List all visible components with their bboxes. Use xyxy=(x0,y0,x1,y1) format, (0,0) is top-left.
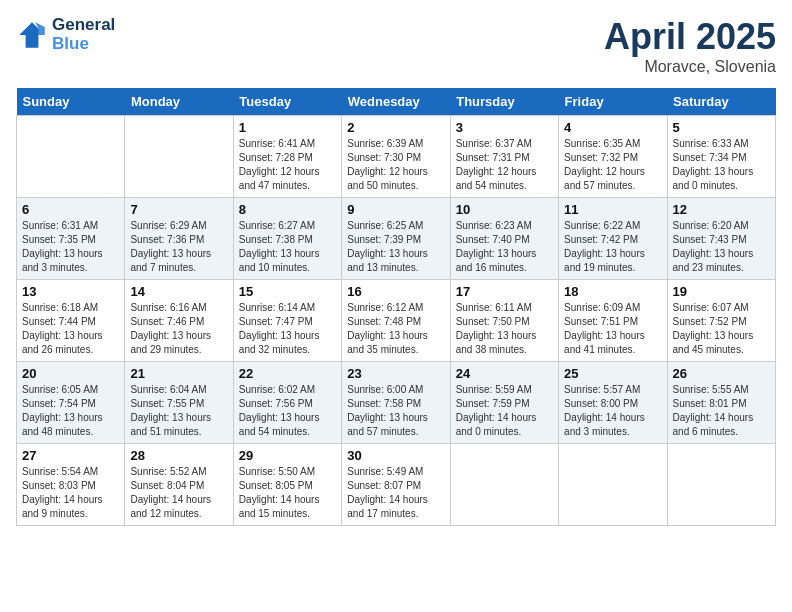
day-number: 1 xyxy=(239,120,336,135)
day-number: 19 xyxy=(673,284,770,299)
day-info: Sunrise: 5:52 AMSunset: 8:04 PMDaylight:… xyxy=(130,465,227,521)
day-header-monday: Monday xyxy=(125,88,233,116)
calendar-day-cell: 22Sunrise: 6:02 AMSunset: 7:56 PMDayligh… xyxy=(233,362,341,444)
day-number: 2 xyxy=(347,120,444,135)
title-block: April 2025 Moravce, Slovenia xyxy=(604,16,776,76)
day-info: Sunrise: 6:25 AMSunset: 7:39 PMDaylight:… xyxy=(347,219,444,275)
page-header: General Blue April 2025 Moravce, Sloveni… xyxy=(16,16,776,76)
day-header-sunday: Sunday xyxy=(17,88,125,116)
day-info: Sunrise: 6:27 AMSunset: 7:38 PMDaylight:… xyxy=(239,219,336,275)
calendar-day-cell: 13Sunrise: 6:18 AMSunset: 7:44 PMDayligh… xyxy=(17,280,125,362)
calendar-week-row: 20Sunrise: 6:05 AMSunset: 7:54 PMDayligh… xyxy=(17,362,776,444)
logo-line2: Blue xyxy=(52,35,115,54)
day-number: 17 xyxy=(456,284,553,299)
day-info: Sunrise: 6:41 AMSunset: 7:28 PMDaylight:… xyxy=(239,137,336,193)
day-number: 22 xyxy=(239,366,336,381)
calendar-day-cell: 19Sunrise: 6:07 AMSunset: 7:52 PMDayligh… xyxy=(667,280,775,362)
calendar-day-cell: 10Sunrise: 6:23 AMSunset: 7:40 PMDayligh… xyxy=(450,198,558,280)
day-number: 8 xyxy=(239,202,336,217)
day-number: 18 xyxy=(564,284,661,299)
day-number: 15 xyxy=(239,284,336,299)
day-number: 25 xyxy=(564,366,661,381)
day-info: Sunrise: 6:00 AMSunset: 7:58 PMDaylight:… xyxy=(347,383,444,439)
day-info: Sunrise: 6:39 AMSunset: 7:30 PMDaylight:… xyxy=(347,137,444,193)
day-info: Sunrise: 6:33 AMSunset: 7:34 PMDaylight:… xyxy=(673,137,770,193)
calendar-day-cell: 27Sunrise: 5:54 AMSunset: 8:03 PMDayligh… xyxy=(17,444,125,526)
calendar-day-cell: 4Sunrise: 6:35 AMSunset: 7:32 PMDaylight… xyxy=(559,116,667,198)
day-number: 9 xyxy=(347,202,444,217)
logo-line1: General xyxy=(52,15,115,34)
calendar-day-cell: 18Sunrise: 6:09 AMSunset: 7:51 PMDayligh… xyxy=(559,280,667,362)
day-info: Sunrise: 6:22 AMSunset: 7:42 PMDaylight:… xyxy=(564,219,661,275)
day-number: 26 xyxy=(673,366,770,381)
day-info: Sunrise: 6:11 AMSunset: 7:50 PMDaylight:… xyxy=(456,301,553,357)
calendar-day-cell: 16Sunrise: 6:12 AMSunset: 7:48 PMDayligh… xyxy=(342,280,450,362)
day-info: Sunrise: 6:12 AMSunset: 7:48 PMDaylight:… xyxy=(347,301,444,357)
day-info: Sunrise: 6:18 AMSunset: 7:44 PMDaylight:… xyxy=(22,301,119,357)
calendar-day-cell: 1Sunrise: 6:41 AMSunset: 7:28 PMDaylight… xyxy=(233,116,341,198)
day-info: Sunrise: 6:04 AMSunset: 7:55 PMDaylight:… xyxy=(130,383,227,439)
day-number: 3 xyxy=(456,120,553,135)
calendar-day-cell: 23Sunrise: 6:00 AMSunset: 7:58 PMDayligh… xyxy=(342,362,450,444)
day-info: Sunrise: 6:07 AMSunset: 7:52 PMDaylight:… xyxy=(673,301,770,357)
main-title: April 2025 xyxy=(604,16,776,58)
calendar-week-row: 6Sunrise: 6:31 AMSunset: 7:35 PMDaylight… xyxy=(17,198,776,280)
calendar-day-cell: 9Sunrise: 6:25 AMSunset: 7:39 PMDaylight… xyxy=(342,198,450,280)
empty-cell xyxy=(667,444,775,526)
calendar-day-cell: 21Sunrise: 6:04 AMSunset: 7:55 PMDayligh… xyxy=(125,362,233,444)
empty-cell xyxy=(450,444,558,526)
calendar-day-cell: 30Sunrise: 5:49 AMSunset: 8:07 PMDayligh… xyxy=(342,444,450,526)
calendar-day-cell: 2Sunrise: 6:39 AMSunset: 7:30 PMDaylight… xyxy=(342,116,450,198)
day-number: 14 xyxy=(130,284,227,299)
calendar-day-cell: 28Sunrise: 5:52 AMSunset: 8:04 PMDayligh… xyxy=(125,444,233,526)
day-info: Sunrise: 6:02 AMSunset: 7:56 PMDaylight:… xyxy=(239,383,336,439)
day-number: 10 xyxy=(456,202,553,217)
calendar-week-row: 1Sunrise: 6:41 AMSunset: 7:28 PMDaylight… xyxy=(17,116,776,198)
day-header-friday: Friday xyxy=(559,88,667,116)
logo: General Blue xyxy=(16,16,115,53)
calendar-day-cell: 7Sunrise: 6:29 AMSunset: 7:36 PMDaylight… xyxy=(125,198,233,280)
day-info: Sunrise: 5:59 AMSunset: 7:59 PMDaylight:… xyxy=(456,383,553,439)
day-info: Sunrise: 6:37 AMSunset: 7:31 PMDaylight:… xyxy=(456,137,553,193)
subtitle: Moravce, Slovenia xyxy=(604,58,776,76)
calendar-day-cell: 3Sunrise: 6:37 AMSunset: 7:31 PMDaylight… xyxy=(450,116,558,198)
day-number: 12 xyxy=(673,202,770,217)
calendar-day-cell: 26Sunrise: 5:55 AMSunset: 8:01 PMDayligh… xyxy=(667,362,775,444)
day-number: 29 xyxy=(239,448,336,463)
day-number: 30 xyxy=(347,448,444,463)
day-info: Sunrise: 6:09 AMSunset: 7:51 PMDaylight:… xyxy=(564,301,661,357)
day-info: Sunrise: 6:14 AMSunset: 7:47 PMDaylight:… xyxy=(239,301,336,357)
day-info: Sunrise: 5:55 AMSunset: 8:01 PMDaylight:… xyxy=(673,383,770,439)
empty-cell xyxy=(559,444,667,526)
calendar-day-cell: 8Sunrise: 6:27 AMSunset: 7:38 PMDaylight… xyxy=(233,198,341,280)
day-info: Sunrise: 6:29 AMSunset: 7:36 PMDaylight:… xyxy=(130,219,227,275)
calendar-day-cell: 17Sunrise: 6:11 AMSunset: 7:50 PMDayligh… xyxy=(450,280,558,362)
day-info: Sunrise: 5:49 AMSunset: 8:07 PMDaylight:… xyxy=(347,465,444,521)
calendar-day-cell: 14Sunrise: 6:16 AMSunset: 7:46 PMDayligh… xyxy=(125,280,233,362)
day-number: 24 xyxy=(456,366,553,381)
day-info: Sunrise: 6:35 AMSunset: 7:32 PMDaylight:… xyxy=(564,137,661,193)
day-header-tuesday: Tuesday xyxy=(233,88,341,116)
calendar-day-cell: 29Sunrise: 5:50 AMSunset: 8:05 PMDayligh… xyxy=(233,444,341,526)
logo-icon xyxy=(16,19,48,51)
calendar-day-cell: 25Sunrise: 5:57 AMSunset: 8:00 PMDayligh… xyxy=(559,362,667,444)
calendar-week-row: 13Sunrise: 6:18 AMSunset: 7:44 PMDayligh… xyxy=(17,280,776,362)
day-number: 13 xyxy=(22,284,119,299)
calendar-table: SundayMondayTuesdayWednesdayThursdayFrid… xyxy=(16,88,776,526)
day-info: Sunrise: 5:57 AMSunset: 8:00 PMDaylight:… xyxy=(564,383,661,439)
day-number: 7 xyxy=(130,202,227,217)
calendar-day-cell: 20Sunrise: 6:05 AMSunset: 7:54 PMDayligh… xyxy=(17,362,125,444)
day-number: 6 xyxy=(22,202,119,217)
day-info: Sunrise: 5:50 AMSunset: 8:05 PMDaylight:… xyxy=(239,465,336,521)
calendar-week-row: 27Sunrise: 5:54 AMSunset: 8:03 PMDayligh… xyxy=(17,444,776,526)
day-header-wednesday: Wednesday xyxy=(342,88,450,116)
day-number: 21 xyxy=(130,366,227,381)
day-info: Sunrise: 6:05 AMSunset: 7:54 PMDaylight:… xyxy=(22,383,119,439)
day-number: 28 xyxy=(130,448,227,463)
logo-text: General Blue xyxy=(52,16,115,53)
empty-cell xyxy=(17,116,125,198)
calendar-day-cell: 6Sunrise: 6:31 AMSunset: 7:35 PMDaylight… xyxy=(17,198,125,280)
day-header-thursday: Thursday xyxy=(450,88,558,116)
day-number: 11 xyxy=(564,202,661,217)
day-number: 20 xyxy=(22,366,119,381)
